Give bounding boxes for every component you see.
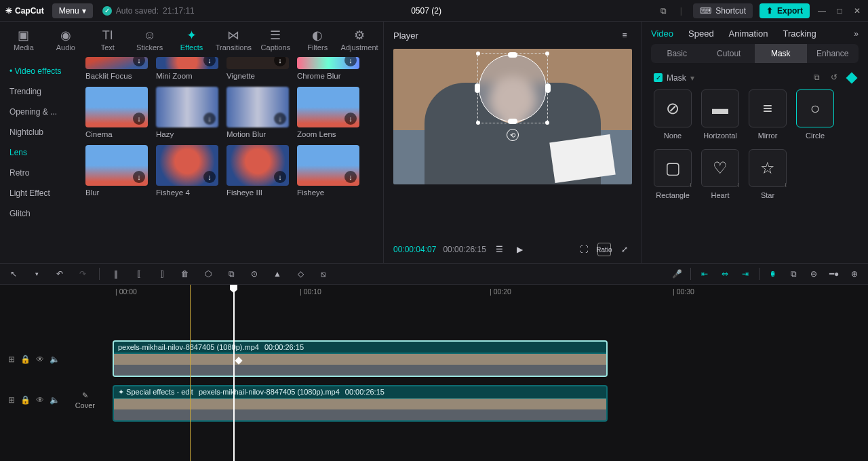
play-button[interactable]: ▶ <box>513 243 527 256</box>
category-video-effects[interactable]: • Video effects <box>0 61 80 81</box>
speed-tool[interactable]: ⊙ <box>248 267 261 281</box>
time-ruler[interactable]: | 00:00| 00:10| 00:20| 00:30 <box>110 285 868 300</box>
close-button[interactable]: ✕ <box>852 5 863 16</box>
fullscreen-icon[interactable]: ⤢ <box>618 243 631 256</box>
mask-shape-mirror[interactable]: ≡Mirror <box>749 89 787 140</box>
zoom-out-icon[interactable]: ⊖ <box>807 267 821 281</box>
shortcut-button[interactable]: ⌨ Shortcut <box>693 3 753 18</box>
mask-shape-horizontal[interactable]: ▬Horizontal <box>701 89 739 140</box>
mask-corner-bl[interactable] <box>476 121 480 125</box>
category-trending[interactable]: Trending <box>0 81 80 102</box>
media-tab-transitions[interactable]: ⋈Transitions <box>212 26 254 56</box>
track-mute-icon[interactable]: 🔈 <box>50 355 60 364</box>
effect-motion-blur[interactable]: ↓Motion Blur <box>226 87 289 142</box>
zoom-in-icon[interactable]: ⊕ <box>848 267 861 281</box>
minimize-button[interactable]: — <box>816 5 827 16</box>
effect-zoom-lens[interactable]: ↓Zoom Lens <box>297 87 359 142</box>
prop-tab-tracking[interactable]: Tracking <box>783 28 816 39</box>
playhead[interactable] <box>233 285 235 461</box>
mask-corner-tl[interactable] <box>476 52 480 56</box>
media-tab-audio[interactable]: ◉Audio <box>45 26 87 56</box>
download-icon[interactable]: ↓ <box>133 171 145 183</box>
category-nightclub[interactable]: Nightclub <box>0 122 80 142</box>
trim-right-tool[interactable]: ⟧ <box>155 267 169 281</box>
marker-tool[interactable]: ⬡ <box>201 267 215 281</box>
menu-button[interactable]: Menu ▾ <box>52 3 93 18</box>
mask-overlay[interactable]: ⟲ <box>479 54 547 122</box>
track-add-icon[interactable]: ⊞ <box>8 355 15 364</box>
media-tab-effects[interactable]: ✦Effects <box>171 26 213 56</box>
prop-sub-mask[interactable]: Mask <box>755 44 807 63</box>
download-icon[interactable]: ↓ <box>203 57 216 66</box>
list-icon[interactable]: ☰ <box>493 243 507 256</box>
effect-mini-zoom[interactable]: ↓Mini Zoom <box>156 57 218 84</box>
track-mute-icon[interactable]: 🔈 <box>50 395 60 405</box>
category-opening-[interactable]: Opening & ... <box>0 102 80 122</box>
delete-tool[interactable]: 🗑 <box>178 267 192 281</box>
mask-shape-none[interactable]: ⊘None <box>654 89 692 140</box>
video-preview[interactable]: ⟲ <box>393 49 632 184</box>
crop-tool[interactable]: ⧅ <box>317 267 330 281</box>
mask-handle-right[interactable] <box>545 83 551 93</box>
mask-handle-bottom[interactable] <box>508 119 517 124</box>
rotate-tool[interactable]: ◇ <box>294 267 307 281</box>
category-glitch[interactable]: Glitch <box>0 203 80 224</box>
clip-2[interactable]: ✦ Special effects - edit pexels-mikhail-… <box>113 385 608 422</box>
download-icon[interactable]: ↓ <box>274 171 286 183</box>
reset-icon[interactable]: ↺ <box>831 73 841 83</box>
effects-grid[interactable]: ↓Backlit Focus↓Mini Zoom↓Vignette↓Chrome… <box>80 57 383 263</box>
prop-sub-enhance[interactable]: Enhance <box>807 44 859 63</box>
mirror-tool[interactable]: ▲ <box>271 267 284 281</box>
effect-chrome-blur[interactable]: ↓Chrome Blur <box>297 57 359 84</box>
mask-handle-left[interactable] <box>475 83 480 93</box>
mask-shape-circle[interactable]: ○Circle <box>796 89 834 140</box>
magnet-next-icon[interactable]: ⇥ <box>738 267 752 281</box>
magnet-center-icon[interactable]: ⇔ <box>718 267 732 281</box>
mask-corner-tr[interactable] <box>545 52 549 56</box>
download-icon[interactable]: ↓ <box>133 113 145 125</box>
more-tabs-icon[interactable]: » <box>854 29 859 39</box>
ratio-button[interactable]: Ratio <box>597 243 611 256</box>
category-lens[interactable]: Lens <box>0 142 80 163</box>
download-icon[interactable]: ↓ <box>344 113 357 125</box>
prop-sub-cutout[interactable]: Cutout <box>703 44 755 63</box>
category-retro[interactable]: Retro <box>0 163 80 183</box>
prop-tab-video[interactable]: Video <box>651 28 673 39</box>
effect-vignette[interactable]: ↓Vignette <box>226 57 289 84</box>
in-point-marker[interactable] <box>190 285 191 461</box>
clip-1[interactable]: pexels-mikhail-nilov-8847405 (1080p).mp4… <box>113 340 608 377</box>
prop-tab-animation[interactable]: Animation <box>729 28 768 39</box>
track-visible-icon[interactable]: 👁 <box>36 395 44 405</box>
track-visible-icon[interactable]: 👁 <box>36 355 44 364</box>
trim-left-tool[interactable]: ⟦ <box>132 267 146 281</box>
scan-icon[interactable]: ⛶ <box>577 243 591 256</box>
zoom-slider[interactable]: ━● <box>827 267 841 281</box>
track-add-icon[interactable]: ⊞ <box>8 395 15 405</box>
download-icon[interactable]: ↓ <box>203 171 216 183</box>
mask-shape-star[interactable]: ☆Star <box>749 149 787 199</box>
track-lock-icon[interactable]: 🔒 <box>20 355 31 364</box>
media-tab-stickers[interactable]: ☺Stickers <box>129 26 171 56</box>
player-menu-icon[interactable]: ≡ <box>618 28 631 42</box>
undo-button[interactable]: ↶ <box>53 267 66 281</box>
mask-circle[interactable] <box>479 54 547 122</box>
maximize-button[interactable]: □ <box>834 5 845 16</box>
keyframe-icon[interactable] <box>846 72 858 83</box>
mask-shape-rectangle[interactable]: ▢Rectangle <box>654 149 692 199</box>
timeline-body[interactable]: | 00:00| 00:10| 00:20| 00:30 pexels-mikh… <box>110 285 868 461</box>
effect-fisheye-iii[interactable]: ↓Fisheye III <box>226 145 289 201</box>
layout-icon[interactable]: ⧉ <box>658 5 669 16</box>
snap-icon[interactable]: ⧯ <box>766 267 780 281</box>
effect-fisheye-4[interactable]: ↓Fisheye 4 <box>156 145 218 201</box>
media-tab-media[interactable]: ▣Media <box>3 26 45 56</box>
select-dropdown[interactable]: ▾ <box>30 267 43 281</box>
download-icon[interactable]: ↓ <box>344 57 357 66</box>
track-lock-icon[interactable]: 🔒 <box>20 395 31 405</box>
mic-icon[interactable]: 🎤 <box>670 267 684 281</box>
cover-button[interactable]: ✎ Cover <box>75 391 95 409</box>
download-icon[interactable]: ↓ <box>203 113 216 125</box>
effect-backlit-focus[interactable]: ↓Backlit Focus <box>85 57 148 84</box>
mask-dropdown-icon[interactable]: ▾ <box>690 73 694 83</box>
media-tab-filters[interactable]: ◐Filters <box>296 26 338 56</box>
effect-blur[interactable]: ↓Blur <box>85 145 148 201</box>
